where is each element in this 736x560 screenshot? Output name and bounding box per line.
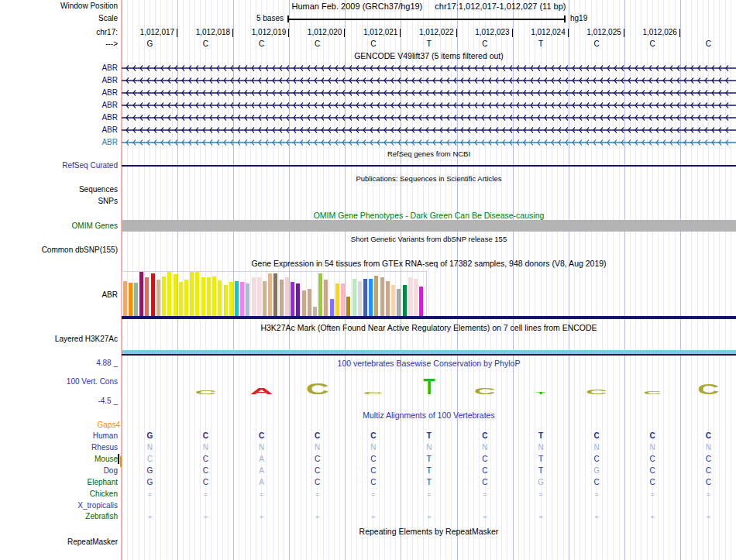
species-label-zebrafish[interactable]: Zebrafish	[85, 512, 118, 521]
gene-row-abr[interactable]	[122, 126, 736, 134]
coordinate-tick	[400, 29, 401, 37]
conservation-label[interactable]: 100 Vert. Cons	[67, 377, 118, 387]
species-label-x_tropicalis[interactable]: X_tropicalis	[77, 501, 118, 510]
gtex-bar[interactable]	[162, 277, 166, 316]
gtex-bar[interactable]	[201, 277, 205, 316]
multiz-track-title[interactable]: Multiz Alignments of 100 Vertebrates	[122, 411, 736, 420]
gtex-gene-label[interactable]: ABR	[101, 290, 118, 300]
gtex-bar[interactable]	[296, 283, 300, 316]
repeatmasker-track-title[interactable]: Repeating Elements by RepeatMasker	[122, 527, 736, 536]
gtex-bar[interactable]	[145, 277, 149, 316]
gtex-bar[interactable]	[212, 277, 216, 316]
refseq-curated-label[interactable]: RefSeq Curated	[62, 161, 118, 170]
gtex-bar[interactable]	[324, 280, 328, 316]
gene-row-label-abr[interactable]: ABR	[101, 138, 118, 147]
gtex-bar[interactable]	[308, 289, 311, 316]
species-label-human[interactable]: Human	[93, 431, 118, 441]
gene-row-abr[interactable]	[122, 64, 736, 72]
gtex-bar[interactable]	[280, 280, 284, 316]
refseq-track-title[interactable]: RefSeq genes from NCBI	[122, 149, 736, 159]
gtex-bar[interactable]	[285, 277, 289, 316]
gtex-bar[interactable]	[391, 285, 395, 316]
omim-gene-bar[interactable]	[122, 220, 736, 232]
gene-row-label-abr[interactable]: ABR	[101, 88, 118, 98]
gtex-bar[interactable]	[123, 281, 127, 316]
gtex-bar[interactable]	[335, 283, 339, 316]
gtex-bar[interactable]	[229, 282, 233, 316]
gtex-bar[interactable]	[397, 289, 401, 316]
gtex-bar[interactable]	[369, 279, 373, 316]
gtex-bar[interactable]	[257, 277, 261, 316]
gtex-bar[interactable]	[353, 279, 356, 316]
gtex-bar[interactable]	[134, 283, 138, 316]
gtex-bar[interactable]	[224, 285, 228, 316]
gene-row-label-abr[interactable]: ABR	[101, 101, 118, 110]
base-letter: C	[364, 40, 383, 49]
gtex-bar[interactable]	[129, 283, 132, 316]
gtex-bar[interactable]	[302, 290, 306, 316]
publications-track-title[interactable]: Publications: Sequences in Scientific Ar…	[122, 174, 736, 184]
gene-row-abr[interactable]	[122, 101, 736, 109]
species-label-rhesus[interactable]: Rhesus	[91, 443, 118, 452]
gene-row-label-abr[interactable]: ABR	[101, 64, 118, 73]
gene-row-abr[interactable]	[122, 77, 736, 84]
gtex-bar[interactable]	[419, 287, 423, 316]
gene-row-abr[interactable]	[122, 139, 736, 146]
gtex-bar[interactable]	[403, 285, 407, 316]
gtex-bar[interactable]	[358, 281, 362, 316]
multiz-cell: =	[253, 490, 271, 499]
omim-genes-label[interactable]: OMIM Genes	[72, 222, 118, 231]
gtex-track-title[interactable]: Gene Expression in 54 tissues from GTEx …	[122, 259, 736, 268]
gtex-bar[interactable]	[374, 276, 378, 316]
gtex-bar[interactable]	[246, 283, 249, 316]
h3k27ac-track-title[interactable]: H3K27Ac Mark (Often Found Near Active Re…	[122, 323, 736, 332]
gtex-bar[interactable]	[139, 272, 143, 316]
gtex-bar[interactable]	[174, 274, 177, 316]
gtex-bar[interactable]	[240, 282, 244, 316]
gtex-bar[interactable]	[346, 297, 350, 316]
gtex-bar[interactable]	[330, 299, 334, 316]
gtex-bar[interactable]	[318, 273, 322, 316]
gene-row-abr[interactable]	[122, 89, 736, 97]
gtex-bar[interactable]	[195, 272, 199, 316]
gene-row-label-abr[interactable]: ABR	[101, 113, 118, 122]
gtex-bar[interactable]	[156, 280, 160, 316]
dbsnp-track-title[interactable]: Short Genetic Variants from dbSNP releas…	[122, 235, 736, 244]
gtex-bar[interactable]	[341, 283, 345, 316]
gtex-bar[interactable]	[235, 281, 239, 316]
h3k27ac-label[interactable]: Layered H3K27Ac	[55, 335, 118, 344]
species-label-elephant[interactable]: Elephant	[88, 478, 118, 487]
gtex-bar[interactable]	[151, 273, 155, 316]
omim-track-title[interactable]: OMIM Gene Phenotypes - Dark Green Can Be…	[122, 211, 736, 220]
gtex-bar[interactable]	[190, 272, 194, 316]
species-label-dog[interactable]: Dog	[104, 466, 118, 476]
gtex-bar[interactable]	[408, 277, 412, 316]
multiz-gaps-label[interactable]: Gaps4	[98, 421, 120, 430]
gencode-track-title[interactable]: GENCODE V49lift37 (5 items filtered out)	[122, 51, 736, 60]
gtex-bar[interactable]	[218, 280, 222, 316]
species-label-mouse[interactable]: Mouse	[95, 455, 118, 464]
repeatmasker-label[interactable]: RepeatMasker	[67, 538, 118, 547]
gene-row-label-abr[interactable]: ABR	[101, 125, 118, 135]
refseq-gene-line[interactable]	[122, 165, 736, 167]
gtex-bar[interactable]	[179, 282, 183, 316]
species-label-chicken[interactable]: Chicken	[90, 490, 118, 499]
gtex-bar[interactable]	[184, 280, 188, 316]
gtex-bar[interactable]	[380, 277, 384, 316]
sequences-label[interactable]: Sequences	[79, 185, 118, 194]
gtex-bar[interactable]	[313, 307, 317, 316]
gtex-bar[interactable]	[268, 273, 272, 316]
gtex-bar[interactable]	[263, 281, 267, 316]
snps-label[interactable]: SNPs	[98, 197, 118, 206]
gtex-bar[interactable]	[207, 277, 211, 316]
gtex-bar[interactable]	[291, 282, 294, 316]
gtex-bar[interactable]	[363, 279, 367, 316]
dbsnp-label[interactable]: Common dbSNP(155)	[42, 246, 118, 255]
gtex-bar[interactable]	[252, 277, 256, 316]
gene-row-abr[interactable]	[122, 114, 736, 122]
gtex-bar[interactable]	[167, 272, 171, 316]
gtex-bar[interactable]	[273, 273, 277, 316]
gtex-bar[interactable]	[414, 279, 418, 316]
gtex-bar[interactable]	[386, 281, 390, 316]
gene-row-label-abr[interactable]: ABR	[101, 76, 118, 85]
